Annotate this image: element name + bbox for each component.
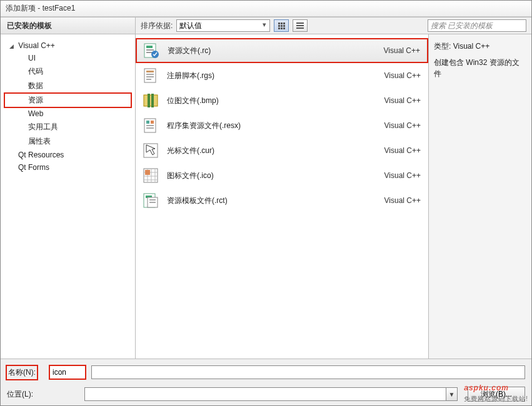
description-pane: 类型: Visual C++ 创建包含 Win32 资源的文件 <box>429 34 531 359</box>
template-row[interactable]: 资源文件(.rc)Visual C++ <box>136 38 428 63</box>
tree-item-2[interactable]: 数据 <box>4 79 131 93</box>
svg-rect-6 <box>146 71 154 72</box>
template-icon <box>142 142 159 159</box>
search-templates-input[interactable]: 搜索 已安装的模板 <box>428 19 526 32</box>
installed-templates-header: 已安装的模板 <box>1 17 136 34</box>
template-name: 程序集资源文件(.resx) <box>167 121 384 131</box>
browse-button[interactable]: 浏览(B)... <box>468 387 525 402</box>
template-row[interactable]: 位图文件(.bmp)Visual C++ <box>136 88 428 113</box>
template-icon <box>142 167 159 184</box>
svg-rect-9 <box>146 79 151 80</box>
tree-item-0[interactable]: UI <box>4 52 131 64</box>
template-icon <box>142 117 159 134</box>
template-name: 资源文件(.rc) <box>168 46 384 56</box>
center-pane: 资源文件(.rc)Visual C++注册脚本(.rgs)Visual C++位… <box>136 34 531 359</box>
header-row: 已安装的模板 排序依据: 搜索 已安装的模板 <box>1 17 531 34</box>
template-row[interactable]: 图标文件(.ico)Visual C++ <box>136 163 428 188</box>
search-placeholder: 搜索 已安装的模板 <box>431 21 493 31</box>
window-title-bar: 添加新项 - testFace1 <box>1 1 531 17</box>
template-icon <box>142 92 159 109</box>
add-item-dialog: 添加新项 - testFace1 已安装的模板 排序依据: 搜索 已安装的模板 … <box>0 0 532 406</box>
installed-templates-label: 已安装的模板 <box>7 21 52 31</box>
desc-text: 创建包含 Win32 资源的文件 <box>434 57 526 79</box>
template-category: Visual C++ <box>384 46 420 55</box>
name-input-extension[interactable] <box>91 365 525 379</box>
template-category: Visual C++ <box>384 196 421 205</box>
name-row: 名称(N): <box>7 365 525 379</box>
template-name: 图标文件(.ico) <box>167 171 384 181</box>
tree-item-3[interactable]: 资源 <box>4 93 131 107</box>
name-label: 名称(N): <box>7 366 37 379</box>
svg-rect-31 <box>149 202 156 203</box>
desc-type-label: 类型: <box>434 42 451 51</box>
toolbar: 排序依据: 搜索 已安装的模板 <box>136 17 531 34</box>
svg-rect-17 <box>146 127 154 129</box>
svg-rect-8 <box>146 76 154 77</box>
template-row[interactable]: 程序集资源文件(.resx)Visual C++ <box>136 113 428 138</box>
desc-type-line: 类型: Visual C++ <box>434 41 526 52</box>
svg-rect-14 <box>146 121 149 124</box>
svg-rect-7 <box>146 74 154 75</box>
svg-rect-10 <box>144 95 158 106</box>
svg-rect-2 <box>146 49 154 51</box>
location-row: 位置(L): ▼ 浏览(B)... <box>7 387 525 402</box>
svg-rect-30 <box>149 199 156 201</box>
tree-item-6[interactable]: 属性表 <box>4 134 131 149</box>
template-icon <box>142 192 159 209</box>
body: Visual C++ UI代码数据资源Web实用工具属性表 Qt Resourc… <box>1 34 531 359</box>
tree-item-4[interactable]: Web <box>4 107 131 120</box>
template-category: Visual C++ <box>384 121 421 130</box>
chevron-down-icon: ▼ <box>449 391 455 398</box>
category-tree: Visual C++ UI代码数据资源Web实用工具属性表 Qt Resourc… <box>1 34 136 359</box>
template-name: 光标文件(.cur) <box>167 146 384 156</box>
location-label: 位置(L): <box>7 389 78 400</box>
view-list-button[interactable] <box>293 19 308 32</box>
list-icon <box>296 22 304 29</box>
template-name: 位图文件(.bmp) <box>167 96 384 106</box>
svg-rect-16 <box>146 125 154 126</box>
template-category: Visual C++ <box>384 96 421 105</box>
template-name: 注册脚本(.rgs) <box>167 71 384 81</box>
template-category: Visual C++ <box>384 171 421 180</box>
tree-item-visual-cpp[interactable]: Visual C++ <box>4 39 131 52</box>
tree-item-sibling-0[interactable]: Qt Resources <box>4 149 131 161</box>
location-combo[interactable] <box>84 387 446 401</box>
tree-item-1[interactable]: 代码 <box>4 64 131 79</box>
template-row[interactable]: 光标文件(.cur)Visual C++ <box>136 138 428 163</box>
template-icon <box>142 67 159 84</box>
template-category: Visual C++ <box>384 146 421 155</box>
tree-item-5[interactable]: 实用工具 <box>4 120 131 134</box>
template-row[interactable]: 资源模板文件(.rct)Visual C++ <box>136 188 428 213</box>
template-list: 资源文件(.rc)Visual C++注册脚本(.rgs)Visual C++位… <box>136 34 429 359</box>
grid-icon <box>278 22 285 29</box>
svg-rect-15 <box>151 121 154 124</box>
view-icons-button[interactable] <box>274 19 289 32</box>
sort-by-value[interactable] <box>176 19 270 32</box>
svg-rect-26 <box>145 170 150 175</box>
location-dropdown-button[interactable]: ▼ <box>446 387 458 401</box>
name-input[interactable] <box>49 365 86 379</box>
template-icon <box>143 42 160 59</box>
svg-rect-12 <box>151 94 154 107</box>
template-name: 资源模板文件(.rct) <box>167 196 384 206</box>
sort-by-dropdown[interactable] <box>176 19 270 32</box>
window-title: 添加新项 - testFace1 <box>6 3 75 14</box>
svg-rect-1 <box>146 46 153 48</box>
bottom-form: 名称(N): 位置(L): ▼ 浏览(B)... <box>1 359 531 405</box>
svg-rect-11 <box>148 94 150 107</box>
tree-item-sibling-1[interactable]: Qt Forms <box>4 161 131 174</box>
template-category: Visual C++ <box>384 71 421 80</box>
desc-type-value: Visual C++ <box>453 42 489 51</box>
sort-by-label: 排序依据: <box>141 21 173 31</box>
template-row[interactable]: 注册脚本(.rgs)Visual C++ <box>136 63 428 88</box>
